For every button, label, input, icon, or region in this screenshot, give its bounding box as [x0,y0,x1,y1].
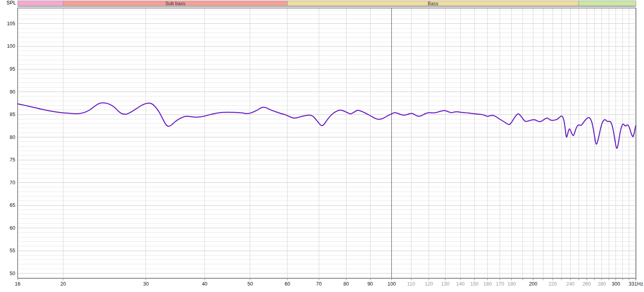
x-tick-label: 150 [470,281,479,287]
x-tick-label: 130 [441,281,450,287]
x-tick-label: 260 [583,281,591,287]
x-tick-label: 40 [202,281,207,287]
x-tick-label: 331Hz [629,281,643,287]
x-tick-label: 100 [387,281,396,287]
x-tick-label: 280 [597,281,606,287]
x-tick-label: 20 [61,281,66,287]
y-tick-label: 90 [10,89,15,95]
x-tick-label: 60 [285,281,290,287]
y-tick-label: 70 [10,180,15,186]
y-tick-label: 50 [10,271,15,276]
y-tick-label: 105 [7,21,15,27]
y-tick-label: 55 [10,248,15,253]
x-tick-label: 110 [407,281,415,287]
x-tick-label: 30 [143,281,149,287]
x-tick-label: 50 [247,281,253,287]
x-tick-label: 200 [529,281,537,287]
y-tick-label: 85 [10,112,15,117]
frequency-band [18,1,63,6]
x-tick-label: 70 [316,281,322,287]
band-label: Bass [428,1,439,6]
x-tick-label: 240 [566,281,575,287]
band-label: Sub bass [165,1,185,6]
x-tick-label: 220 [549,281,557,287]
frequency-band [579,1,636,6]
y-tick-label: 60 [10,225,15,231]
x-tick-label: 90 [367,281,373,287]
chart-canvas: Sub bassBass1620304050607080901001101201… [0,0,644,292]
y-axis-title: SPL [0,0,17,6]
x-tick-label: 170 [496,281,504,287]
y-tick-label: 65 [10,202,15,208]
y-tick-label: 75 [10,157,15,163]
x-tick-label: 120 [425,281,433,287]
x-tick-label: 80 [343,281,349,287]
y-tick-label: 100 [7,43,15,49]
x-tick-label: 140 [456,281,465,287]
y-tick-label: 95 [10,66,15,72]
x-tick-label: 300 [612,281,620,287]
x-tick-label: 160 [484,281,492,287]
y-tick-label: 80 [10,135,15,140]
x-tick-label: 16 [15,281,20,287]
x-tick-label: 180 [508,281,516,287]
spl-frequency-response-chart: SPL Sub bassBass162030405060708090100110… [0,0,644,292]
